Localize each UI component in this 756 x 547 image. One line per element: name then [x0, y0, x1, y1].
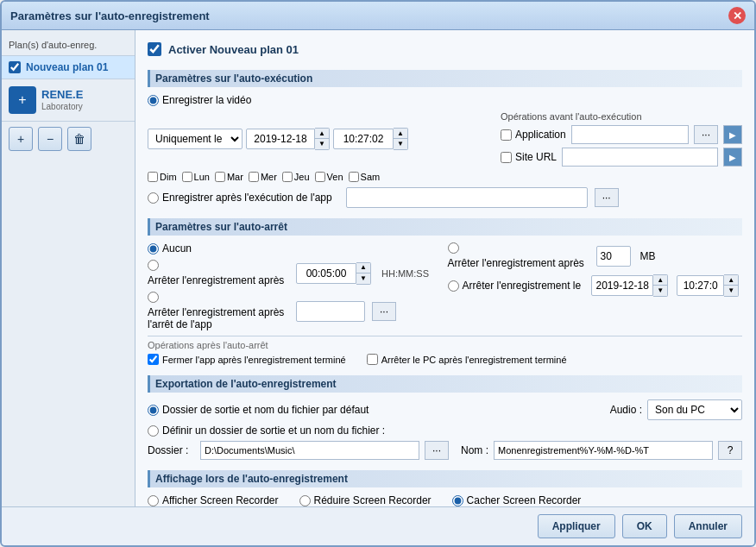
day-dim-checkbox[interactable]	[148, 172, 158, 182]
hide-recorder-label[interactable]: Cacher Screen Recorder	[452, 494, 582, 506]
stop-date-label[interactable]: Arrêter l'enregistrement le	[448, 280, 582, 292]
stop-date-text: Arrêter l'enregistrement le	[463, 280, 582, 292]
day-lun-checkbox[interactable]	[182, 172, 192, 182]
title-bar: Paramètres sur l'auto-enregistrement ✕	[2, 2, 754, 30]
reduce-recorder-radio[interactable]	[299, 495, 311, 506]
name-input[interactable]	[494, 441, 713, 460]
close-app-checkbox[interactable]	[148, 354, 159, 365]
export-title: Exportation de l'auto-enregistrement	[148, 375, 742, 393]
stop-duration-radio[interactable]	[148, 260, 159, 271]
close-app-label[interactable]: Fermer l'app après l'enregistrement term…	[148, 354, 346, 365]
duration-spinner-btns: ▲ ▼	[356, 262, 371, 285]
stop-time-down-btn[interactable]: ▼	[724, 286, 738, 296]
after-app-radio[interactable]	[148, 192, 159, 204]
hide-recorder-radio[interactable]	[452, 495, 463, 506]
hhmm-label: HH:MM:SS	[381, 268, 429, 279]
add-plan-button[interactable]: +	[9, 127, 33, 151]
show-recorder-radio[interactable]	[148, 495, 159, 506]
cancel-button[interactable]: Annuler	[674, 514, 742, 538]
time-spinner-btns: ▲ ▼	[394, 128, 408, 150]
video-radio[interactable]	[148, 95, 159, 106]
sidebar-item-label: Nouveau plan 01	[26, 61, 108, 73]
duration-down-btn[interactable]: ▼	[356, 274, 370, 284]
dialog-title: Paramètres sur l'auto-enregistrement	[10, 9, 210, 22]
ops-after-title: Opérations après l'auto-arrêt	[148, 340, 742, 350]
stop-none-radio[interactable]	[148, 243, 159, 255]
close-button[interactable]: ✕	[728, 7, 746, 24]
stop-time-up-btn[interactable]: ▲	[724, 275, 738, 286]
siteurl-arrow-button[interactable]: ▶	[723, 148, 742, 167]
show-recorder-label[interactable]: Afficher Screen Recorder	[148, 494, 279, 506]
day-jeu-checkbox[interactable]	[282, 172, 293, 182]
reduce-recorder-label[interactable]: Réduire Screen Recorder	[299, 494, 432, 506]
stop-time-spinner-btns: ▲ ▼	[724, 274, 739, 297]
apply-button[interactable]: Appliquer	[538, 514, 615, 538]
stop-app-radio[interactable]	[148, 292, 159, 303]
export-custom-radio[interactable]	[148, 425, 159, 437]
day-mer-checkbox[interactable]	[249, 172, 259, 182]
ok-button[interactable]: OK	[622, 514, 667, 538]
stop-app-label[interactable]: Arrêter l'enregistrement après l'arrêt d…	[148, 292, 286, 330]
day-mar: Mar	[215, 172, 243, 182]
app-op-checkbox[interactable]	[501, 129, 512, 141]
time-up-btn[interactable]: ▲	[394, 129, 407, 139]
days-row: Dim Lun Mar Mer	[148, 172, 742, 182]
stop-duration-label[interactable]: Arrêter l'enregistrement après	[148, 260, 286, 286]
sidebar-item-plan[interactable]: Nouveau plan 01	[2, 56, 135, 79]
operations-title: Opérations avant l'auto-exécution	[501, 111, 742, 122]
date-up-btn[interactable]: ▲	[315, 129, 329, 139]
stop-none-label[interactable]: Aucun	[148, 242, 192, 255]
stop-app-input[interactable]	[296, 301, 365, 322]
after-app-radio-label[interactable]: Enregistrer après l'exécution de l'app	[148, 192, 332, 204]
date-down-btn[interactable]: ▼	[315, 139, 329, 149]
siteurl-op-row: Site URL ▶	[501, 148, 742, 167]
stop-date-input[interactable]	[591, 275, 653, 296]
stop-pc-label[interactable]: Arrêter le PC après l'enregistrement ter…	[367, 354, 567, 365]
day-ven-checkbox[interactable]	[315, 172, 325, 182]
time-input[interactable]	[333, 129, 394, 149]
hide-recorder-text: Cacher Screen Recorder	[467, 494, 582, 506]
audio-label: Audio :	[610, 404, 642, 416]
app-dots-button[interactable]: ···	[694, 125, 718, 144]
after-app-dots-button[interactable]: ···	[595, 188, 619, 207]
app-op-row: Application ··· ▶	[501, 125, 742, 144]
siteurl-op-input[interactable]	[562, 148, 718, 167]
duration-up-btn[interactable]: ▲	[356, 263, 370, 274]
duration-input[interactable]	[296, 263, 356, 284]
folder-input[interactable]	[200, 441, 419, 460]
stop-duration-row: Arrêter l'enregistrement après ▲ ▼ HH:MM…	[148, 260, 443, 286]
siteurl-op-checkbox[interactable]	[501, 152, 512, 163]
day-mar-checkbox[interactable]	[215, 172, 225, 182]
day-sam-checkbox[interactable]	[349, 172, 359, 182]
stop-mb-input[interactable]	[596, 246, 631, 267]
auto-stop-title: Paramètres sur l'auto-arrêt	[148, 218, 742, 236]
plan-header: Activer Nouveau plan 01	[148, 39, 742, 60]
video-radio-label[interactable]: Enregistrer la vidéo	[148, 94, 251, 106]
stop-date-up-btn[interactable]: ▲	[653, 275, 667, 286]
date-input[interactable]	[246, 129, 315, 149]
after-app-input[interactable]	[346, 187, 588, 208]
time-down-btn[interactable]: ▼	[394, 139, 407, 149]
stop-time-input[interactable]	[677, 275, 724, 296]
stop-date-radio[interactable]	[448, 280, 459, 292]
app-op-input[interactable]	[571, 125, 689, 144]
export-default-label[interactable]: Dossier de sortie et nom du fichier par …	[148, 404, 369, 416]
export-default-radio[interactable]	[148, 405, 159, 416]
stop-mb-radio[interactable]	[448, 242, 459, 254]
sidebar-item-checkbox[interactable]	[9, 61, 21, 73]
export-custom-label[interactable]: Définir un dossier de sortie et un nom d…	[148, 424, 385, 437]
frequency-select[interactable]: Uniquement le Tous les jours Chaque sema…	[148, 129, 243, 149]
plan-active-checkbox[interactable]	[148, 42, 161, 56]
app-arrow-button[interactable]: ▶	[723, 125, 742, 144]
logo-name: RENE.E	[41, 88, 83, 102]
stop-date-spinner-btns: ▲ ▼	[653, 274, 668, 297]
name-question-button[interactable]: ?	[718, 441, 742, 460]
audio-select[interactable]: Son du PC Microphone Aucun	[647, 399, 742, 420]
stop-pc-checkbox[interactable]	[367, 354, 378, 365]
remove-plan-button[interactable]: −	[38, 127, 62, 151]
folder-dots-button[interactable]: ···	[425, 441, 449, 460]
delete-plan-button[interactable]: 🗑	[67, 127, 91, 151]
stop-app-dots-button[interactable]: ···	[372, 302, 396, 321]
stop-mb-label[interactable]: Arrêter l'enregistrement après	[448, 242, 586, 269]
stop-date-down-btn[interactable]: ▼	[653, 286, 667, 296]
